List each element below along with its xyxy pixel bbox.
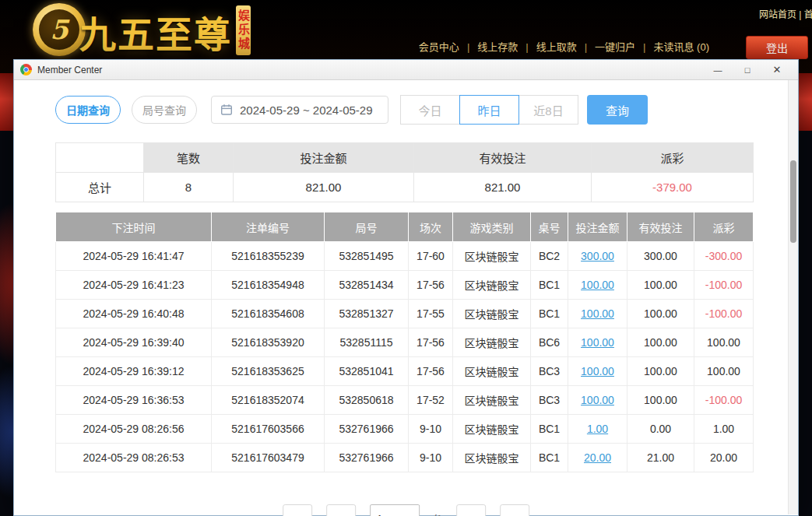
- col-bet-amount: 投注金额: [568, 212, 627, 242]
- maximize-icon[interactable]: □: [733, 61, 762, 79]
- cell-payout: 20.00: [694, 444, 754, 472]
- cell-table-no: BC1: [531, 300, 568, 328]
- cell-bet-time: 2024-05-29 16:39:40: [56, 328, 212, 357]
- cell-table-no: BC2: [531, 242, 568, 271]
- site-logo-coin-icon: 5: [33, 3, 86, 56]
- summary-header-count: 笔数: [144, 143, 234, 173]
- cell-bet-time: 2024-05-29 16:36:53: [56, 386, 212, 415]
- cell-session: 17-60: [409, 242, 453, 271]
- cell-bet-amount: 100.00: [568, 328, 627, 357]
- member-center-window: Member Center — □ ✕ 日期查询 局号查询 2024-05-29…: [13, 59, 799, 516]
- date-range-value: 2024-05-29 ~ 2024-05-29: [240, 104, 373, 117]
- bet-table: 下注时间 注单编号 局号 场次 游戏类别 桌号 投注金额 有效投注 派彩 202…: [55, 212, 754, 472]
- first-page-icon[interactable]: ◀◀: [283, 504, 312, 516]
- top-links[interactable]: 网站首页 | 首页: [759, 7, 812, 20]
- cell-round-id: 532851495: [325, 242, 409, 271]
- minimize-icon[interactable]: —: [703, 61, 733, 79]
- table-row: 2024-05-29 16:40:48 521618354608 5328513…: [56, 300, 754, 328]
- nav-unread-messages[interactable]: 未读讯息 (0): [635, 39, 709, 54]
- cell-payout: -100.00: [694, 300, 754, 328]
- cell-bet-amount: 100.00: [568, 271, 627, 300]
- cell-valid-bet: 100.00: [627, 300, 694, 328]
- window-scrollbar[interactable]: [788, 80, 798, 514]
- summary-payout: -379.00: [592, 173, 754, 202]
- col-bet-id: 注单编号: [212, 212, 325, 242]
- window-content: 日期查询 局号查询 2024-05-29 ~ 2024-05-29 今日 昨日 …: [14, 80, 798, 514]
- cell-bet-id: 521617603566: [212, 415, 325, 444]
- col-session: 场次: [409, 212, 453, 242]
- cell-round-id: 532850618: [325, 386, 409, 415]
- tab-date-query[interactable]: 日期查询: [55, 96, 121, 124]
- cell-bet-time: 2024-05-29 16:41:47: [56, 242, 212, 271]
- cell-bet-time: 2024-05-29 16:41:23: [56, 271, 212, 300]
- table-row: 2024-05-29 08:26:53 521617603479 5327619…: [56, 444, 754, 472]
- bet-amount-link[interactable]: 100.00: [581, 365, 614, 377]
- scrollbar-thumb[interactable]: [790, 160, 796, 243]
- cell-round-id: 532761966: [325, 444, 409, 472]
- bet-amount-link[interactable]: 100.00: [581, 394, 614, 406]
- bet-amount-link[interactable]: 300.00: [581, 250, 614, 262]
- table-row: 2024-05-29 16:36:53 521618352074 5328506…: [56, 386, 754, 415]
- tab-round-query[interactable]: 局号查询: [132, 96, 197, 124]
- bet-amount-link[interactable]: 100.00: [581, 307, 614, 320]
- cell-valid-bet: 100.00: [627, 328, 694, 357]
- cell-bet-amount: 20.00: [568, 444, 627, 472]
- date-range-input[interactable]: 2024-05-29 ~ 2024-05-29: [211, 96, 388, 124]
- cell-payout: -100.00: [694, 271, 754, 300]
- bet-amount-link[interactable]: 1.00: [587, 423, 608, 435]
- last-page-icon[interactable]: ▶▶: [500, 504, 529, 516]
- summary-header-bet: 投注金额: [234, 143, 414, 173]
- cell-bet-id: 521618355239: [212, 242, 325, 271]
- cell-session: 17-56: [409, 357, 453, 386]
- yesterday-button[interactable]: 昨日: [459, 95, 519, 125]
- today-button[interactable]: 今日: [400, 95, 460, 125]
- cell-payout: 100.00: [694, 357, 754, 386]
- summary-header-row: 笔数 投注金额 有效投注 派彩: [56, 143, 754, 173]
- table-row: 2024-05-29 16:39:12 521618353625 5328510…: [56, 357, 754, 386]
- bet-amount-link[interactable]: 100.00: [581, 279, 614, 291]
- logout-button[interactable]: 登出: [746, 36, 808, 59]
- cell-round-id: 532761966: [325, 415, 409, 444]
- nav-member-center[interactable]: 会员中心: [419, 39, 459, 54]
- bet-table-body: 2024-05-29 16:41:47 521618355239 5328514…: [56, 242, 754, 472]
- cell-valid-bet: 0.00: [627, 415, 694, 444]
- cell-round-id: 532851327: [325, 300, 409, 328]
- calendar-icon: [220, 104, 233, 116]
- bet-amount-link[interactable]: 100.00: [581, 336, 614, 349]
- page-select[interactable]: 1: [370, 504, 420, 516]
- cell-bet-id: 521618353920: [212, 328, 325, 357]
- table-row: 2024-05-29 16:41:23 521618354948 5328514…: [56, 271, 754, 300]
- cell-bet-amount: 100.00: [568, 386, 627, 415]
- summary-valid: 821.00: [414, 173, 592, 202]
- search-button[interactable]: 查询: [587, 95, 648, 125]
- cell-bet-id: 521618352074: [212, 386, 325, 415]
- cell-session: 9-10: [409, 415, 453, 444]
- window-title: Member Center: [37, 65, 102, 75]
- coin-number: 5: [39, 9, 79, 50]
- cell-bet-id: 521618353625: [212, 357, 325, 386]
- cell-table-no: BC1: [531, 271, 568, 300]
- cell-game-type: 区块链骰宝: [453, 328, 531, 357]
- bet-amount-link[interactable]: 20.00: [584, 451, 611, 464]
- cell-valid-bet: 100.00: [627, 357, 694, 386]
- cell-game-type: 区块链骰宝: [453, 271, 531, 300]
- last8days-button[interactable]: 近8日: [518, 95, 578, 125]
- cell-bet-id: 521617603479: [212, 444, 325, 472]
- summary-header-valid: 有效投注: [414, 143, 592, 173]
- cell-game-type: 区块链骰宝: [453, 444, 531, 472]
- summary-table: 笔数 投注金额 有效投注 派彩 总计 8 821.00 821.00 -379.…: [55, 142, 754, 202]
- close-icon[interactable]: ✕: [762, 61, 792, 79]
- bet-table-header-row: 下注时间 注单编号 局号 场次 游戏类别 桌号 投注金额 有效投注 派彩: [56, 212, 754, 242]
- nav-one-key-transfer[interactable]: 一键归户: [577, 39, 635, 54]
- cell-payout: 1.00: [694, 415, 754, 444]
- nav-deposit[interactable]: 线上存款: [459, 39, 518, 54]
- nav-withdraw[interactable]: 线上取款: [518, 39, 576, 54]
- pagination: ◀◀ ◀ 1 /1 ▶ ▶▶: [283, 504, 530, 516]
- filter-bar: 日期查询 局号查询 2024-05-29 ~ 2024-05-29 今日 昨日 …: [55, 95, 648, 125]
- cell-table-no: BC1: [531, 415, 568, 444]
- prev-page-icon[interactable]: ◀: [326, 504, 356, 516]
- cell-table-no: BC3: [531, 386, 568, 415]
- window-titlebar[interactable]: Member Center — □ ✕: [14, 60, 798, 80]
- next-page-icon[interactable]: ▶: [456, 504, 486, 516]
- cell-session: 17-55: [409, 300, 453, 328]
